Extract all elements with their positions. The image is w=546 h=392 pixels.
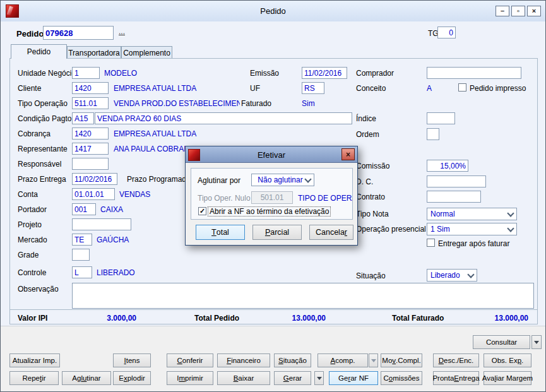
financeiro-button[interactable]: Financeiro: [217, 353, 270, 367]
baixar-button[interactable]: Baixar: [217, 371, 270, 385]
consultar-button[interactable]: Consultar: [473, 335, 530, 349]
itens-button[interactable]: Itens: [113, 353, 151, 367]
imprimir-button[interactable]: Imprimir: [167, 371, 213, 385]
gerar-button[interactable]: Gerar: [274, 371, 311, 385]
pedido-number-field[interactable]: 079628: [43, 26, 114, 40]
tab-complemento[interactable]: Complemento: [121, 46, 172, 59]
dropdown-arrow-icon: [371, 359, 376, 362]
title-bar: Pedido – ▫ ×: [1, 1, 545, 21]
actions-bar: Consultar Atualizar Imp. Itens Conferir …: [1, 326, 545, 392]
tab-pedido[interactable]: Pedido: [11, 44, 67, 59]
efetivar-dialog: Efetivar × Aglutinar por Não aglutinar T…: [185, 146, 358, 246]
aglutinar-button[interactable]: Aglutinar: [62, 371, 111, 385]
conferir-button[interactable]: Conferir: [167, 353, 213, 367]
tipo-oper-nulo-desc: TIPO DE OPERAÇAO: [298, 194, 353, 203]
gerar-nf-button[interactable]: Gerar NF: [329, 371, 378, 385]
pronta-entrega-button[interactable]: Pronta Entrega: [433, 371, 479, 385]
tipo-oper-nulo-label: Tipo Oper. Nulo: [198, 194, 251, 203]
acomp-button[interactable]: Acomp.: [318, 353, 368, 367]
situacao-button[interactable]: Situação: [274, 353, 311, 367]
dropdown-arrow-icon: [534, 341, 539, 344]
abrir-nf-label[interactable]: Abrir a NF ao término da efetivação: [208, 207, 330, 216]
acomp-dropdown-button[interactable]: [369, 353, 378, 367]
efetivar-title-bar: Efetivar ×: [186, 146, 357, 163]
aglutinar-por-label: Aglutinar por: [198, 176, 240, 185]
chevron-down-icon: [304, 175, 311, 182]
cancelar-button[interactable]: Cancelar: [309, 225, 353, 240]
atualizar-imp-button[interactable]: Atualizar Imp.: [9, 353, 60, 367]
pedido-label: Pedido: [16, 29, 44, 39]
parcial-button[interactable]: Parcial: [252, 225, 302, 240]
desc-enc-button[interactable]: Desc./Enc.: [433, 353, 479, 367]
maximize-button[interactable]: ▫: [511, 6, 525, 16]
minimize-button[interactable]: –: [496, 6, 509, 16]
window-title: Pedido: [1, 6, 545, 16]
pedido-window: Pedido – ▫ × Pedido 079628 ... TG 0 Pedi…: [0, 0, 546, 392]
tab-transportadora[interactable]: Transportadora: [67, 46, 121, 59]
tg-field[interactable]: 0: [437, 27, 456, 39]
aglutinar-por-select[interactable]: Não aglutinar: [251, 174, 314, 186]
explodir-button[interactable]: Explodir: [113, 371, 151, 385]
efetivar-options-group: Aglutinar por Não aglutinar Tipo Oper. N…: [191, 168, 353, 220]
efetivar-title: Efetivar: [186, 150, 357, 160]
dropdown-arrow-icon: [317, 377, 322, 380]
comissoes-button[interactable]: Comissões: [381, 371, 422, 385]
pedido-lookup-button[interactable]: ...: [119, 27, 125, 36]
totals-divider: [9, 309, 538, 310]
mov-compl-button[interactable]: Mov.Compl.: [381, 353, 422, 367]
abrir-nf-checkbox[interactable]: ✓: [198, 207, 206, 215]
repetir-button[interactable]: Repetir: [9, 371, 59, 385]
tipo-oper-nulo-field: 501.01: [251, 191, 293, 204]
gerar-dropdown-button[interactable]: [314, 371, 324, 385]
close-button[interactable]: ×: [527, 6, 541, 16]
avaliar-margem-button[interactable]: Avaliar Margem: [484, 371, 531, 385]
consultar-dropdown-button[interactable]: [531, 335, 542, 349]
obs-exp-button[interactable]: Obs. Exp.: [484, 353, 531, 367]
efetivar-close-button[interactable]: ×: [341, 148, 355, 160]
total-button[interactable]: Total: [196, 225, 245, 240]
